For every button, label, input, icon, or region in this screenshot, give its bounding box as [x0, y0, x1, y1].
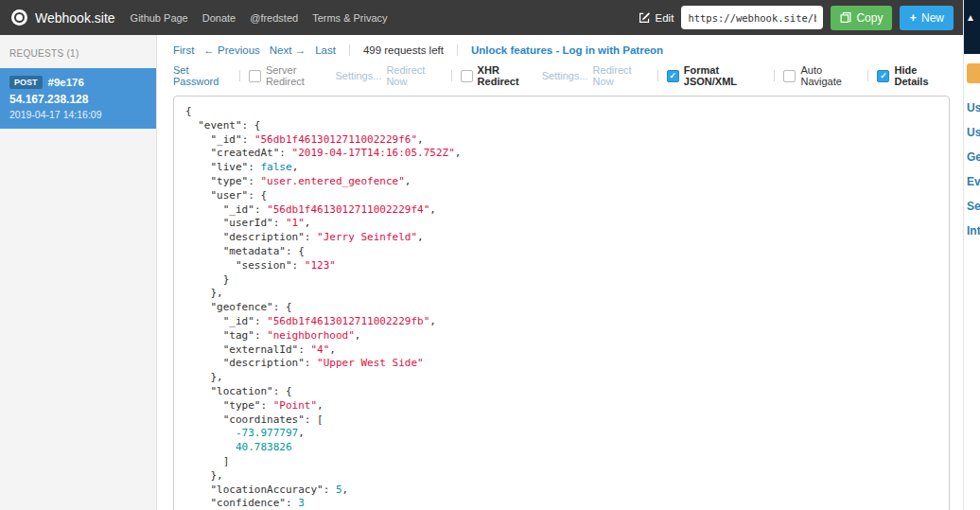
docs-link-3[interactable]: Geo [964, 145, 980, 169]
navbar-links: Github Page Donate @fredsted Terms & Pri… [131, 12, 388, 24]
top-navbar: Webhook.site Github Page Donate @fredste… [0, 0, 980, 35]
copy-label: Copy [856, 11, 883, 25]
method-badge: POST [9, 76, 43, 89]
brand-text: Webhook.site [35, 10, 115, 26]
request-timestamp: 2019-04-17 14:16:09 [9, 109, 147, 120]
docs-link-5[interactable]: Sett [964, 194, 980, 219]
request-list-item-selected[interactable]: POST #9e176 54.167.238.128 2019-04-17 14… [0, 68, 156, 129]
pagination-previous[interactable]: ← Previous [203, 44, 259, 56]
pagination-first[interactable]: First [173, 44, 194, 56]
options-row: Set Password Server Redirect Settings...… [158, 56, 963, 87]
xhr-redirect-settings-link[interactable]: Settings... [542, 70, 588, 81]
docs-link-1[interactable]: Usa [964, 96, 980, 120]
request-id: #9e176 [48, 77, 84, 88]
xhr-redirect-now-link[interactable]: Redirect Now [593, 64, 649, 87]
set-password-link[interactable]: Set Password [173, 64, 231, 87]
docs-side-panel: ▲ Usa Use Geo Eve Sett Inte [963, 0, 980, 510]
docs-panel-header: ▲ [963, 0, 980, 54]
orange-button-fragment[interactable] [967, 63, 980, 83]
copy-icon [840, 11, 851, 24]
nav-link-donate[interactable]: Donate [202, 12, 236, 24]
xhr-redirect-checkbox[interactable] [461, 70, 473, 82]
navbar-actions: Edit Copy + New [639, 6, 969, 30]
format-json-checkbox[interactable] [667, 70, 679, 82]
server-redirect-settings-link[interactable]: Settings... [335, 70, 381, 81]
requests-header: REQUESTS (1) [0, 35, 156, 68]
separator [867, 70, 868, 81]
format-json-label: Format JSON/XML [684, 64, 766, 87]
unlock-patreon-link[interactable]: Unlock features - Log in with Patreon [471, 44, 663, 56]
request-ip: 54.167.238.128 [9, 93, 147, 106]
docs-panel-links: Usa Use Geo Eve Sett Inte [964, 96, 980, 243]
pagination-last[interactable]: Last [315, 44, 336, 56]
webhook-url-input[interactable] [681, 6, 823, 29]
separator [457, 44, 458, 56]
docs-link-4[interactable]: Eve [964, 169, 980, 194]
request-title-row: POST #9e176 [9, 76, 147, 89]
new-button[interactable]: + New [900, 6, 954, 30]
main-content: First ← Previous Next → Last 499 request… [158, 35, 963, 510]
hide-details-label: Hide Details [894, 64, 948, 87]
auto-navigate-label: Auto Navigate [800, 64, 859, 87]
pagination-next[interactable]: Next → [270, 44, 306, 56]
brand[interactable]: Webhook.site [11, 9, 115, 26]
xhr-redirect-label: XHR Redirect [478, 64, 537, 87]
edit-button[interactable]: Edit [639, 11, 674, 24]
separator [451, 70, 452, 81]
separator [774, 70, 775, 81]
hide-details-checkbox[interactable] [877, 70, 889, 82]
separator [349, 44, 350, 56]
new-label: New [921, 11, 944, 25]
nav-link-terms-privacy[interactable]: Terms & Privacy [312, 12, 387, 24]
edit-label: Edit [656, 12, 674, 24]
pagination-row: First ← Previous Next → Last 499 request… [158, 35, 963, 56]
requests-left-counter: 499 requests left [363, 44, 444, 56]
copy-button[interactable]: Copy [831, 6, 892, 30]
docs-link-2[interactable]: Use [964, 120, 980, 145]
auto-navigate-checkbox[interactable] [783, 70, 796, 82]
separator [239, 70, 240, 81]
triangle-logo-icon: ▲ [966, 12, 975, 23]
edit-icon [639, 11, 651, 24]
server-redirect-label: Server Redirect [266, 64, 331, 87]
nav-link-github-page[interactable]: Github Page [131, 12, 188, 24]
requests-sidebar: REQUESTS (1) POST #9e176 54.167.238.128 … [0, 35, 157, 510]
plus-icon: + [909, 10, 917, 25]
docs-link-6[interactable]: Inte [964, 219, 980, 243]
webhook-logo-icon [11, 9, 27, 26]
server-redirect-checkbox[interactable] [249, 70, 261, 82]
separator [657, 70, 658, 81]
request-json-viewer: { "event": { "_id": "56db1f4613012711002… [173, 96, 950, 510]
server-redirect-now-link[interactable]: Redirect Now [386, 64, 442, 87]
json-code: { "event": { "_id": "56db1f4613012711002… [185, 105, 461, 510]
nav-link-fredsted[interactable]: @fredsted [250, 12, 298, 24]
